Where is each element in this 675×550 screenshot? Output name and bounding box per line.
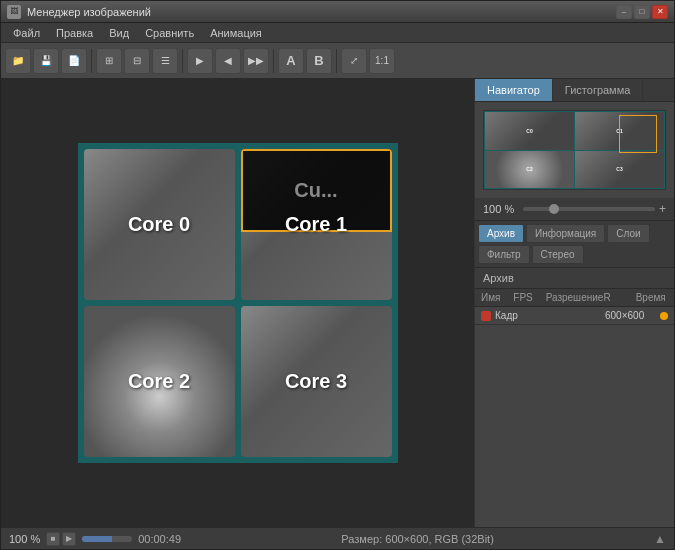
menu-file[interactable]: Файл xyxy=(5,25,48,41)
toolbar-sep-4 xyxy=(336,49,337,73)
status-play-btn[interactable]: ▶ xyxy=(62,532,76,546)
canvas-content: Core 0 Cu... Core 1 Core 2 xyxy=(78,143,398,463)
sub-tab-archive[interactable]: Архив xyxy=(478,224,524,243)
sub-tabs: Архив Информация Слои Фильтр Стерео xyxy=(475,221,674,268)
toolbar-save[interactable]: 💾 xyxy=(33,48,59,74)
canvas-area[interactable]: Core 0 Cu... Core 1 Core 2 xyxy=(1,79,474,527)
main-area: Core 0 Cu... Core 1 Core 2 xyxy=(1,79,674,527)
maximize-button[interactable]: □ xyxy=(634,5,650,19)
toolbar-zoom-1[interactable]: 1:1 xyxy=(369,48,395,74)
status-stop-btn[interactable]: ■ xyxy=(46,532,60,546)
title-bar: 🖼 Менеджер изображений – □ ✕ xyxy=(1,1,674,23)
toolbar-text-a[interactable]: A xyxy=(278,48,304,74)
core-cell-3[interactable]: Core 3 xyxy=(241,306,392,457)
panel-top-tabs: Навигатор Гистограмма xyxy=(475,79,674,102)
toolbar-prev[interactable]: ◀ xyxy=(215,48,241,74)
archive-label: Архив xyxy=(475,268,674,289)
archive-row-indicator xyxy=(481,311,491,321)
core-1-hidden-label: Cu... xyxy=(294,179,337,202)
sub-tab-layers[interactable]: Слои xyxy=(607,224,649,243)
archive-section: Архив Имя FPS Разрешение R Время Кадр 60… xyxy=(475,268,674,527)
archive-col-name: Имя xyxy=(481,292,513,303)
archive-row-0[interactable]: Кадр 600×600 xyxy=(475,307,674,325)
minimize-button[interactable]: – xyxy=(616,5,632,19)
tab-navigator[interactable]: Навигатор xyxy=(475,79,553,101)
zoom-control: 100 % + xyxy=(475,198,674,221)
archive-row-res: 600×600 xyxy=(605,310,660,321)
zoom-slider[interactable] xyxy=(523,207,655,211)
menu-animation[interactable]: Анимация xyxy=(202,25,270,41)
status-left: 100 % ■ ▶ 00:00:49 xyxy=(9,532,181,546)
toolbar-open[interactable]: 📁 xyxy=(5,48,31,74)
toolbar-next[interactable]: ▶▶ xyxy=(243,48,269,74)
nav-thumb-3: C3 xyxy=(575,151,664,189)
scroll-up-icon[interactable]: ▲ xyxy=(654,532,666,546)
nav-thumb-2: C2 xyxy=(485,151,574,189)
title-controls: – □ ✕ xyxy=(616,5,668,19)
core-0-label: Core 0 xyxy=(128,213,190,236)
archive-col-time: Время xyxy=(636,292,668,303)
toolbar-text-b[interactable]: B xyxy=(306,48,332,74)
toolbar-new[interactable]: 📄 xyxy=(61,48,87,74)
status-size-info: Размер: 600×600, RGB (32Bit) xyxy=(189,533,646,545)
status-zoom: 100 % xyxy=(9,533,40,545)
core-2-label: Core 2 xyxy=(128,370,190,393)
nav-thumb-1: C1 xyxy=(575,112,664,150)
archive-row-name: Кадр xyxy=(495,310,550,321)
toolbar-list[interactable]: ☰ xyxy=(152,48,178,74)
menu-compare[interactable]: Сравнить xyxy=(137,25,202,41)
toolbar-play[interactable]: ▶ xyxy=(187,48,213,74)
status-progress-fill xyxy=(82,536,112,542)
sub-tab-info[interactable]: Информация xyxy=(526,224,605,243)
toolbar-grid2[interactable]: ⊟ xyxy=(124,48,150,74)
core-1-label: Core 1 xyxy=(285,213,347,236)
nav-thumbnail: C0 C1 C2 C3 xyxy=(484,111,665,189)
status-time: 00:00:49 xyxy=(138,533,181,545)
menu-view[interactable]: Вид xyxy=(101,25,137,41)
sub-tab-stereo[interactable]: Стерео xyxy=(532,245,584,264)
zoom-value: 100 % xyxy=(483,203,519,215)
core-3-label: Core 3 xyxy=(285,370,347,393)
right-panel: Навигатор Гистограмма C0 C1 C2 C3 100 % xyxy=(474,79,674,527)
toolbar-grid[interactable]: ⊞ xyxy=(96,48,122,74)
zoom-plus[interactable]: + xyxy=(659,202,666,216)
close-button[interactable]: ✕ xyxy=(652,5,668,19)
main-window: 🖼 Менеджер изображений – □ ✕ Файл Правка… xyxy=(0,0,675,550)
toolbar-sep-1 xyxy=(91,49,92,73)
sub-tab-filter[interactable]: Фильтр xyxy=(478,245,530,264)
nav-thumb-0: C0 xyxy=(485,112,574,150)
window-title: Менеджер изображений xyxy=(27,6,616,18)
toolbar-zoom-fit[interactable]: ⤢ xyxy=(341,48,367,74)
toolbar: 📁 💾 📄 ⊞ ⊟ ☰ ▶ ◀ ▶▶ A B ⤢ 1:1 xyxy=(1,43,674,79)
core-cell-2[interactable]: Core 2 xyxy=(84,306,235,457)
menu-edit[interactable]: Правка xyxy=(48,25,101,41)
archive-header: Имя FPS Разрешение R Время xyxy=(475,289,674,307)
status-controls: ■ ▶ xyxy=(46,532,76,546)
tab-histogram[interactable]: Гистограмма xyxy=(553,79,644,101)
core-cell-1[interactable]: Cu... Core 1 xyxy=(241,149,392,300)
archive-col-r: R xyxy=(603,292,635,303)
toolbar-sep-3 xyxy=(273,49,274,73)
archive-col-fps: FPS xyxy=(513,292,545,303)
toolbar-sep-2 xyxy=(182,49,183,73)
zoom-slider-thumb xyxy=(549,204,559,214)
app-icon: 🖼 xyxy=(7,5,21,19)
core-cell-0[interactable]: Core 0 xyxy=(84,149,235,300)
menu-bar: Файл Правка Вид Сравнить Анимация xyxy=(1,23,674,43)
navigator-preview: C0 C1 C2 C3 xyxy=(483,110,666,190)
nav-thumb-grid: C0 C1 C2 C3 xyxy=(484,111,665,189)
status-progress xyxy=(82,536,132,542)
status-bar: 100 % ■ ▶ 00:00:49 Размер: 600×600, RGB … xyxy=(1,527,674,549)
archive-col-res: Разрешение xyxy=(546,292,604,303)
archive-row-dot xyxy=(660,312,668,320)
core-grid: Core 0 Cu... Core 1 Core 2 xyxy=(78,143,398,463)
